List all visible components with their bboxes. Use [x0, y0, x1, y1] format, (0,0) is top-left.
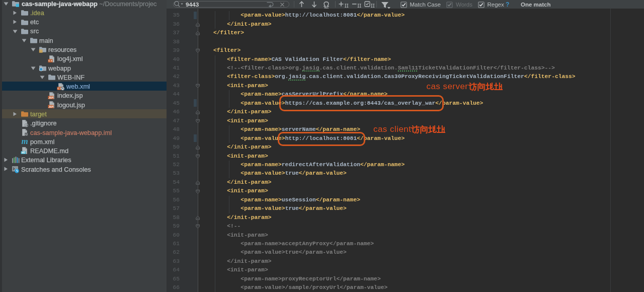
svg-text:JSP: JSP [48, 96, 53, 99]
svg-text:MD: MD [22, 152, 26, 155]
svg-text:m: m [21, 137, 28, 145]
svg-text:JSP: JSP [48, 105, 53, 108]
svg-text:IJ: IJ [25, 133, 28, 136]
